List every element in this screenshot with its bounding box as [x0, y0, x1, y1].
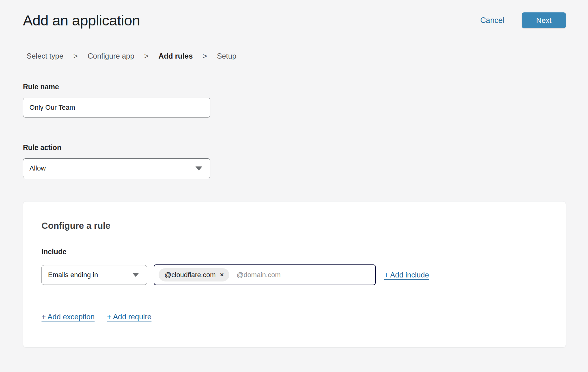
rule-name-label: Rule name: [23, 83, 566, 91]
rule-action-section: Rule action Allow: [23, 144, 566, 178]
include-value-input-container[interactable]: @cloudflare.com ✕: [154, 264, 376, 285]
email-domain-tag: @cloudflare.com ✕: [159, 268, 229, 281]
add-require-link[interactable]: + Add require: [107, 312, 151, 321]
step-setup[interactable]: Setup: [217, 52, 236, 60]
chevron-down-icon: [132, 273, 139, 277]
chevron-down-icon: [195, 166, 202, 170]
include-selector-select[interactable]: Emails ending in: [42, 265, 147, 285]
remove-tag-icon[interactable]: ✕: [220, 272, 224, 277]
email-domain-tag-label: @cloudflare.com: [165, 271, 216, 279]
cancel-button[interactable]: Cancel: [480, 16, 504, 25]
step-select-type[interactable]: Select type: [27, 52, 64, 60]
breadcrumb-separator: >: [203, 52, 207, 60]
add-application-page: Add an application Cancel Next Select ty…: [0, 0, 588, 348]
include-selector-value: Emails ending in: [48, 271, 98, 279]
rule-action-select[interactable]: Allow: [23, 158, 210, 178]
include-rule-row: Emails ending in @cloudflare.com ✕ + Add…: [42, 264, 547, 285]
page-title: Add an application: [23, 12, 140, 29]
rule-action-value: Allow: [29, 164, 46, 172]
card-title: Configure a rule: [42, 221, 547, 231]
step-configure-app[interactable]: Configure app: [88, 52, 134, 60]
include-label: Include: [42, 248, 547, 256]
breadcrumb-separator: >: [144, 52, 149, 60]
rule-name-section: Rule name: [23, 83, 566, 117]
domain-entry-input[interactable]: [237, 271, 375, 279]
rule-action-label: Rule action: [23, 144, 566, 152]
add-exception-link[interactable]: + Add exception: [42, 312, 94, 321]
rule-name-input[interactable]: [23, 98, 210, 117]
breadcrumb: Select type > Configure app > Add rules …: [27, 52, 566, 60]
breadcrumb-separator: >: [73, 52, 78, 60]
configure-rule-card: Configure a rule Include Emails ending i…: [23, 201, 566, 348]
rule-links-row: + Add exception + Add require: [42, 312, 547, 321]
add-include-link[interactable]: + Add include: [384, 271, 429, 279]
step-add-rules[interactable]: Add rules: [159, 52, 193, 60]
page-header: Add an application Cancel Next: [23, 12, 566, 29]
header-actions: Cancel Next: [480, 12, 566, 28]
next-button[interactable]: Next: [522, 12, 566, 28]
